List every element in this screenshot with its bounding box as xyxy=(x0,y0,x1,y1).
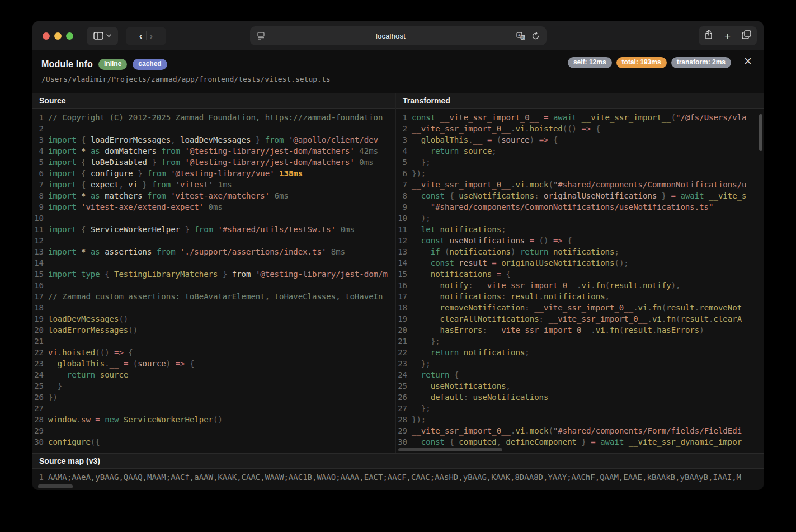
code-text: const { useNotifications: originalUseNot… xyxy=(412,190,746,201)
code-text: const { computed, defineComponent } = aw… xyxy=(412,436,742,448)
code-line: 13import * as assertions from './support… xyxy=(32,246,395,257)
code-text: import { configure } from '@testing-libr… xyxy=(48,168,303,179)
minimize-window-button[interactable] xyxy=(54,32,62,40)
code-panes: Source 1// Copyright (C) 2012-2025 Zamma… xyxy=(32,93,764,453)
code-text: clearAllNotifications: __vite_ssr_import… xyxy=(412,313,742,324)
code-text: }; xyxy=(412,336,440,347)
close-window-button[interactable] xyxy=(43,32,50,40)
code-text: loadDevMessages() xyxy=(48,313,128,324)
code-line: 6import { configure } from '@testing-lib… xyxy=(32,168,395,179)
code-text: hasErrors: __vite_ssr_import_0__.vi.fn(r… xyxy=(412,324,704,336)
code-text: "#shared/components/CommonNotifications/… xyxy=(412,201,713,213)
code-line: 26}) xyxy=(32,392,395,403)
code-text: // Zammad custom assertions: toBeAvatarE… xyxy=(48,291,383,302)
code-text: __vite_ssr_import_0__.vi.mock("#shared/c… xyxy=(412,179,746,190)
sourcemap-horizontal-scrollbar[interactable] xyxy=(38,484,73,488)
code-line: 2 xyxy=(32,123,395,134)
forward-button[interactable]: › xyxy=(150,31,153,41)
back-button[interactable]: ‹ xyxy=(139,31,143,41)
line-number: 27 xyxy=(32,403,48,414)
line-number: 6 xyxy=(32,168,48,179)
sourcemap-code-view[interactable]: 1AAMA;AAeA,yBAAG,QAAQ,MAAM;AACf,aAAW,KAA… xyxy=(32,469,764,490)
line-number: 7 xyxy=(32,179,48,190)
translate-icon[interactable]: Aあ xyxy=(516,32,526,40)
code-line: 5import { toBeDisabled } from '@testing-… xyxy=(32,157,395,168)
address-bar[interactable]: localhost Aあ xyxy=(250,26,547,45)
code-text: }); xyxy=(412,168,426,179)
transformed-pane: Transformed 1const __vite_ssr_import_0__… xyxy=(395,93,764,453)
code-line: 5 }; xyxy=(396,157,764,168)
module-file-path: /Users/vladimir/Projects/zammad/app/fron… xyxy=(41,75,752,83)
code-line: 1const __vite_ssr_import_0__ = await __v… xyxy=(396,112,764,123)
code-line: 23 }; xyxy=(396,358,764,369)
line-number: 20 xyxy=(32,324,48,336)
code-text: useNotifications, xyxy=(412,380,511,392)
code-line: 24 return source xyxy=(32,369,395,380)
line-number: 24 xyxy=(32,369,48,380)
code-line: 2__vite_ssr_import_0__.vi.hoisted(() => … xyxy=(396,123,764,134)
line-number: 12 xyxy=(32,235,48,246)
reload-icon[interactable] xyxy=(531,32,540,40)
code-line: 10 xyxy=(32,213,395,224)
code-line: 22vi.hoisted(() => { xyxy=(32,347,395,358)
code-line: 25 useNotifications, xyxy=(396,380,764,392)
transformed-code-view[interactable]: 1const __vite_ssr_import_0__ = await __v… xyxy=(396,109,764,453)
line-number: 25 xyxy=(396,380,412,392)
line-number: 5 xyxy=(396,157,412,168)
line-number: 3 xyxy=(32,134,48,145)
code-line: 15import type { TestingLibraryMatchers }… xyxy=(32,269,395,280)
code-line: 30 const { computed, defineComponent } =… xyxy=(396,436,764,448)
code-text: import * as matchers from 'vitest-axe/ma… xyxy=(48,190,289,201)
line-number: 17 xyxy=(396,291,412,302)
new-tab-icon[interactable]: + xyxy=(724,31,731,41)
line-number: 17 xyxy=(32,291,48,302)
code-text: }) xyxy=(48,392,58,403)
zoom-window-button[interactable] xyxy=(66,32,73,40)
line-number: 22 xyxy=(32,347,48,358)
horizontal-scrollbar[interactable] xyxy=(398,448,502,451)
code-line: 12 xyxy=(32,235,395,246)
code-text: }); xyxy=(412,414,426,425)
code-text: } xyxy=(48,380,62,392)
code-line: 21 xyxy=(32,336,395,347)
code-line: 3 globalThis.__ = (source) => { xyxy=(396,134,764,145)
line-number: 11 xyxy=(32,224,48,235)
code-text: const __vite_ssr_import_0__ = await __vi… xyxy=(412,112,747,123)
svg-text:あ: あ xyxy=(521,35,525,40)
timing-badge: transform: 2ms xyxy=(671,57,731,68)
vertical-scrollbar[interactable] xyxy=(759,114,762,151)
code-line: 4 return source; xyxy=(396,145,764,157)
line-number: 9 xyxy=(32,201,48,213)
line-number: 23 xyxy=(396,358,412,369)
code-text: notify: __vite_ssr_import_0__.vi.fn(resu… xyxy=(412,280,681,291)
code-line: 14 xyxy=(32,257,395,269)
line-number: 12 xyxy=(396,235,412,246)
code-text: return { xyxy=(412,369,459,380)
timing-badge: total: 193ms xyxy=(616,57,667,68)
line-number: 28 xyxy=(32,414,48,425)
code-text: __vite_ssr_import_0__.vi.hoisted(() => { xyxy=(412,123,600,134)
source-code-view[interactable]: 1// Copyright (C) 2012-2025 Zammad Found… xyxy=(32,109,395,453)
code-line: 10 ); xyxy=(396,213,764,224)
close-panel-button[interactable]: ✕ xyxy=(741,55,755,68)
code-line: 4import * as domMatchers from '@testing-… xyxy=(32,145,395,157)
code-line: 27 }; xyxy=(396,403,764,414)
code-text: if (notifications) return notifications; xyxy=(412,246,619,257)
sidebar-toggle-button[interactable] xyxy=(87,27,118,45)
tab-overview-icon[interactable] xyxy=(742,30,751,41)
page-format-icon[interactable] xyxy=(257,32,265,40)
code-line: 6}); xyxy=(396,168,764,179)
line-number: 18 xyxy=(32,302,48,313)
code-line: 17 notifications: result.notifications, xyxy=(396,291,764,302)
line-number: 13 xyxy=(396,246,412,257)
transformed-pane-title: Transformed xyxy=(396,93,764,109)
share-icon[interactable] xyxy=(704,30,713,42)
line-number: 29 xyxy=(396,425,412,436)
code-line: 24 return { xyxy=(396,369,764,380)
line-number: 3 xyxy=(396,134,412,145)
line-number: 7 xyxy=(396,179,412,190)
chevron-down-icon xyxy=(106,34,111,37)
code-line: 11 let notifications; xyxy=(396,224,764,235)
code-line: 20loadErrorMessages() xyxy=(32,324,395,336)
code-text: const useNotifications = () => { xyxy=(412,235,572,246)
